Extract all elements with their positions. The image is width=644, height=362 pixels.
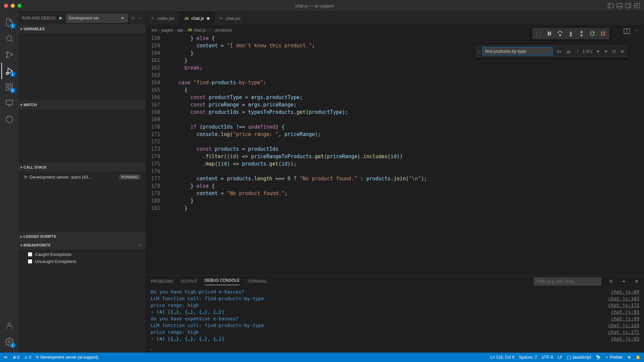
whole-word-toggle[interactable]: ab [565, 49, 572, 54]
window-title: chat.js — ai-support [21, 3, 608, 8]
find-input[interactable] [482, 47, 553, 55]
errors-count[interactable]: ⊗ 0 [13, 355, 19, 360]
next-match-icon[interactable] [603, 49, 609, 54]
svg-marker-38 [605, 51, 607, 53]
more-actions-icon[interactable]: ⋯ [138, 16, 142, 20]
step-over-icon[interactable] [556, 29, 564, 38]
debug-console-output[interactable]: Do you have high-priced e-basses?chat.js… [146, 287, 644, 346]
match-case-toggle[interactable]: Aa [555, 49, 562, 54]
remote-indicator[interactable] [3, 355, 8, 360]
language-mode[interactable]: { } JavaScript [567, 355, 591, 360]
debug-header: RUN AND DEBUG Development ser ⋯ [18, 12, 146, 25]
prev-match-icon[interactable] [595, 49, 601, 54]
minimize-window-button[interactable] [11, 4, 15, 8]
stop-icon[interactable] [599, 29, 607, 38]
find-widget: › Aa ab .* 1 of 2 [476, 45, 627, 57]
close-find-icon[interactable] [619, 49, 625, 54]
sidebar: RUN AND DEBUG Development ser ⋯ VARIABLE… [18, 12, 146, 353]
breakpoints-section-header[interactable]: BREAKPOINTS [18, 241, 146, 250]
drag-handle-icon[interactable]: ⋮⋮ [534, 29, 543, 38]
console-prompt[interactable]: › [146, 346, 644, 353]
svg-marker-47 [623, 280, 625, 282]
console-filter-input[interactable] [534, 277, 601, 285]
go-live-button[interactable]: 📡 [596, 355, 601, 360]
svg-point-13 [10, 54, 12, 55]
svg-rect-17 [10, 84, 13, 86]
step-into-icon[interactable] [566, 29, 575, 38]
running-task[interactable]: ↻ Development server (ai-support) [36, 355, 98, 360]
panel-tab-output[interactable]: OUTPUT [181, 279, 197, 284]
variables-section-header[interactable]: VARIABLES [18, 25, 146, 33]
panel-tab-debug-console[interactable]: DEBUG CONSOLE [204, 278, 240, 285]
find-in-selection-icon[interactable] [611, 49, 617, 54]
explorer-view-button[interactable]: 1 [1, 14, 17, 31]
panel-tab-terminal[interactable]: TERMINAL [247, 279, 268, 284]
source-control-view-button[interactable] [1, 47, 17, 63]
notifications-icon[interactable]: 🔔 [636, 355, 641, 360]
breakpoint-caught-checkbox[interactable] [28, 252, 32, 257]
callstack-item-status: RUNNING [119, 174, 140, 180]
launch-config-dropdown[interactable]: Development ser [66, 14, 128, 22]
breakpoint-caught[interactable]: Caught Exceptions [18, 251, 146, 258]
panel-tabs: PROBLEMS OUTPUT DEBUG CONSOLE TERMINAL [146, 276, 644, 287]
extensions-view-button[interactable]: 6 [1, 79, 17, 95]
prettier-status[interactable]: ✓ Prettier [605, 355, 623, 360]
eol[interactable]: LF [558, 355, 562, 360]
pause-icon[interactable] [545, 29, 554, 38]
code-content[interactable]: } else { content = "I don't know this pr… [166, 35, 644, 275]
step-out-icon[interactable] [577, 29, 586, 38]
split-editor-icon[interactable] [624, 28, 630, 35]
svg-rect-20 [6, 100, 13, 104]
start-debug-icon[interactable] [58, 15, 63, 21]
more-editor-actions-icon[interactable]: ⋯ [635, 28, 639, 35]
indentation[interactable]: Spaces: 2 [519, 355, 537, 360]
callstack-section-header[interactable]: CALL STACK [18, 163, 146, 172]
settings-button[interactable]: 1 [1, 334, 17, 350]
breakpoint-uncaught[interactable]: Uncaught Exceptions [18, 258, 146, 265]
breakpoint-uncaught-checkbox[interactable] [28, 259, 32, 264]
svg-rect-29 [548, 32, 549, 35]
restart-icon[interactable] [588, 29, 597, 38]
callstack-section: ⟳ Development server: astro [43... RUNNI… [18, 172, 146, 232]
activity-bar: 1 1 6 1 [0, 12, 18, 353]
line-gutter: 1581591601611621631641651661671681691701… [146, 35, 166, 275]
close-window-button[interactable] [4, 4, 8, 8]
toggle-panel-icon[interactable] [616, 3, 623, 9]
loaded-scripts-section-header[interactable]: LOADED SCRIPTS [18, 232, 146, 241]
toggle-primary-sidebar-icon[interactable] [608, 3, 614, 9]
regex-toggle[interactable]: .* [575, 49, 580, 54]
watch-section-header[interactable]: WATCH [18, 100, 146, 109]
feedback-icon[interactable]: ⊕ [628, 355, 631, 360]
tab-index-jsx[interactable]: ⚛ index.jsx [146, 12, 180, 25]
edge-tools-button[interactable] [1, 111, 17, 127]
search-view-button[interactable] [1, 31, 17, 47]
warnings-count[interactable]: ⚠ 0 [24, 355, 31, 360]
settings-gear-icon[interactable] [130, 15, 136, 21]
sidebar-title: RUN AND DEBUG [22, 16, 55, 20]
toggle-replace-icon[interactable]: › [478, 49, 479, 54]
svg-line-10 [11, 40, 12, 42]
encoding[interactable]: UTF-8 [542, 355, 553, 360]
panel-tab-problems[interactable]: PROBLEMS [151, 279, 173, 284]
close-panel-icon[interactable] [634, 279, 639, 284]
edit-breakpoints-icon[interactable] [138, 243, 142, 247]
code-editor[interactable]: 1581591601611621631641651661671681691701… [146, 35, 644, 275]
toggle-secondary-sidebar-icon[interactable] [625, 3, 631, 9]
run-debug-view-button[interactable]: 1 [1, 63, 17, 79]
cursor-position[interactable]: Ln 118, Col 9 [490, 355, 514, 360]
collapse-panel-icon[interactable] [621, 279, 627, 284]
callstack-item[interactable]: ⟳ Development server: astro [43... RUNNI… [22, 173, 142, 181]
find-count: 1 of 2 [583, 49, 593, 54]
tab-chat-js[interactable]: JS chat.js [180, 12, 215, 25]
customize-layout-icon[interactable] [634, 3, 640, 9]
svg-point-25 [8, 341, 10, 343]
tab-chat-jsx[interactable]: ⚛ chat.jsx [215, 12, 246, 25]
accounts-button[interactable] [1, 318, 17, 334]
clear-console-icon[interactable] [608, 279, 614, 284]
svg-point-24 [8, 323, 11, 326]
maximize-window-button[interactable] [17, 4, 21, 8]
window-controls [4, 4, 21, 8]
remote-explorer-button[interactable] [1, 95, 17, 111]
debug-badge: 1 [10, 72, 15, 77]
launch-config-label: Development ser [68, 16, 99, 20]
